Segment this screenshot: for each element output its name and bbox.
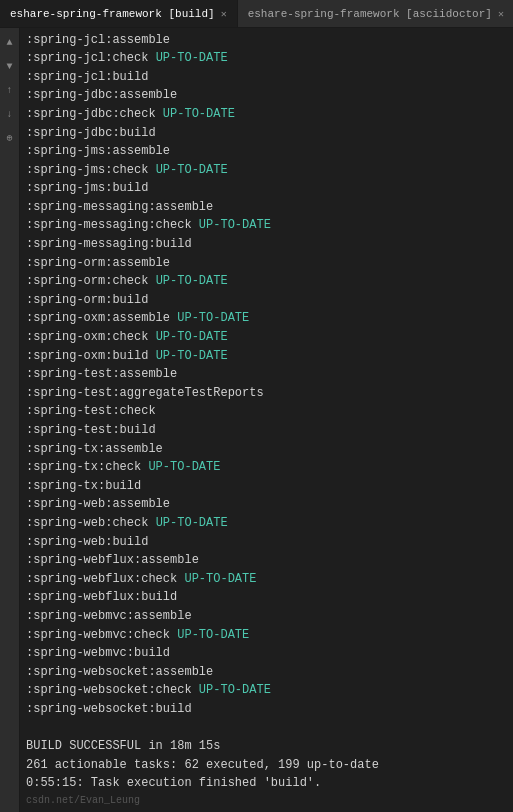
up-to-date-badge: UP-TO-DATE: [177, 628, 249, 642]
console-line: 0:55:15: Task execution finished 'build'…: [26, 774, 507, 793]
console-line: :spring-orm:check UP-TO-DATE: [26, 272, 507, 291]
console-text: :spring-oxm:assemble: [26, 311, 177, 325]
console-line: :spring-webflux:assemble: [26, 551, 507, 570]
up-to-date-badge: UP-TO-DATE: [156, 349, 228, 363]
console-line: :spring-websocket:build: [26, 700, 507, 719]
up-to-date-badge: UP-TO-DATE: [148, 460, 220, 474]
console-line: :spring-jms:build: [26, 179, 507, 198]
up-to-date-badge: UP-TO-DATE: [156, 51, 228, 65]
console-line: :spring-web:check UP-TO-DATE: [26, 514, 507, 533]
left-sidebar: ▲ ▼ ↑ ↓ ⊕: [0, 28, 20, 812]
console-line: :spring-tx:build: [26, 477, 507, 496]
console-line: :spring-test:aggregateTestReports: [26, 384, 507, 403]
console-line: :spring-messaging:build: [26, 235, 507, 254]
console-line: :spring-jms:check UP-TO-DATE: [26, 161, 507, 180]
tab-build[interactable]: eshare-spring-framework [build] ✕: [0, 0, 238, 27]
console-output[interactable]: :spring-core:check UP-TO-DATE:spring-cor…: [20, 28, 513, 812]
console-text: :spring-jcl:check: [26, 51, 156, 65]
console-line: :spring-oxm:assemble UP-TO-DATE: [26, 309, 507, 328]
tab-build-label: eshare-spring-framework [build]: [10, 8, 215, 20]
up-to-date-badge: UP-TO-DATE: [199, 218, 271, 232]
tab-asciidoctor[interactable]: eshare-spring-framework [asciidoctor] ✕: [238, 0, 513, 27]
console-line: :spring-webflux:build: [26, 588, 507, 607]
console-line: :spring-oxm:build UP-TO-DATE: [26, 347, 507, 366]
watermark: csdn.net/Evan_Leung: [26, 793, 507, 809]
console-line: :spring-jdbc:build: [26, 124, 507, 143]
console-line: :spring-test:build: [26, 421, 507, 440]
tab-build-close[interactable]: ✕: [221, 8, 227, 20]
console-text: :spring-oxm:check: [26, 330, 156, 344]
sidebar-add-icon[interactable]: ⊕: [2, 130, 18, 146]
console-line: :spring-webmvc:check UP-TO-DATE: [26, 626, 507, 645]
sidebar-scroll-down-icon[interactable]: ↓: [2, 106, 18, 122]
console-line: :spring-jdbc:assemble: [26, 86, 507, 105]
console-line: :spring-messaging:assemble: [26, 198, 507, 217]
console-line: :spring-jcl:assemble: [26, 31, 507, 50]
console-line: :spring-oxm:check UP-TO-DATE: [26, 328, 507, 347]
sidebar-down-icon[interactable]: ▼: [2, 58, 18, 74]
console-line: :spring-jcl:build: [26, 68, 507, 87]
console-line: BUILD SUCCESSFUL in 18m 15s: [26, 737, 507, 756]
up-to-date-badge: UP-TO-DATE: [163, 107, 235, 121]
console-text: :spring-web:check: [26, 516, 156, 530]
console-text: :spring-messaging:check: [26, 218, 199, 232]
console-text: :spring-websocket:check: [26, 683, 199, 697]
tab-asciidoctor-close[interactable]: ✕: [498, 8, 504, 20]
console-text: :spring-webflux:check: [26, 572, 184, 586]
console-line: :spring-tx:assemble: [26, 440, 507, 459]
console-line: :spring-webflux:check UP-TO-DATE: [26, 570, 507, 589]
main-area: ▲ ▼ ↑ ↓ ⊕ :spring-core:check UP-TO-DATE:…: [0, 28, 513, 812]
up-to-date-badge: UP-TO-DATE: [156, 163, 228, 177]
console-line: [26, 719, 507, 738]
up-to-date-badge: UP-TO-DATE: [156, 516, 228, 530]
console-line: :spring-jcl:check UP-TO-DATE: [26, 49, 507, 68]
console-line: :spring-webmvc:assemble: [26, 607, 507, 626]
console-line: :spring-messaging:check UP-TO-DATE: [26, 216, 507, 235]
up-to-date-badge: UP-TO-DATE: [177, 311, 249, 325]
console-text: :spring-orm:check: [26, 274, 156, 288]
tab-bar: eshare-spring-framework [build] ✕ eshare…: [0, 0, 513, 28]
up-to-date-badge: UP-TO-DATE: [156, 330, 228, 344]
console-line: :spring-jms:assemble: [26, 142, 507, 161]
console-line: :spring-test:assemble: [26, 365, 507, 384]
console-line: 261 actionable tasks: 62 executed, 199 u…: [26, 756, 507, 775]
console-text: :spring-oxm:build: [26, 349, 156, 363]
console-line: :spring-orm:assemble: [26, 254, 507, 273]
up-to-date-badge: UP-TO-DATE: [184, 572, 256, 586]
console-line: :spring-tx:check UP-TO-DATE: [26, 458, 507, 477]
console-text: :spring-webmvc:check: [26, 628, 177, 642]
console-line: :spring-orm:build: [26, 291, 507, 310]
up-to-date-badge: UP-TO-DATE: [156, 274, 228, 288]
console-text: :spring-jdbc:check: [26, 107, 163, 121]
tab-asciidoctor-label: eshare-spring-framework [asciidoctor]: [248, 8, 492, 20]
sidebar-up-icon[interactable]: ▲: [2, 34, 18, 50]
console-text: :spring-tx:check: [26, 460, 148, 474]
console-line: :spring-websocket:check UP-TO-DATE: [26, 681, 507, 700]
console-line: :spring-webmvc:build: [26, 644, 507, 663]
sidebar-scroll-up-icon[interactable]: ↑: [2, 82, 18, 98]
console-text: :spring-jms:check: [26, 163, 156, 177]
console-line: :spring-web:assemble: [26, 495, 507, 514]
up-to-date-badge: UP-TO-DATE: [199, 683, 271, 697]
console-line: :spring-jdbc:check UP-TO-DATE: [26, 105, 507, 124]
console-line: :spring-test:check: [26, 402, 507, 421]
console-line: :spring-websocket:assemble: [26, 663, 507, 682]
console-line: :spring-web:build: [26, 533, 507, 552]
